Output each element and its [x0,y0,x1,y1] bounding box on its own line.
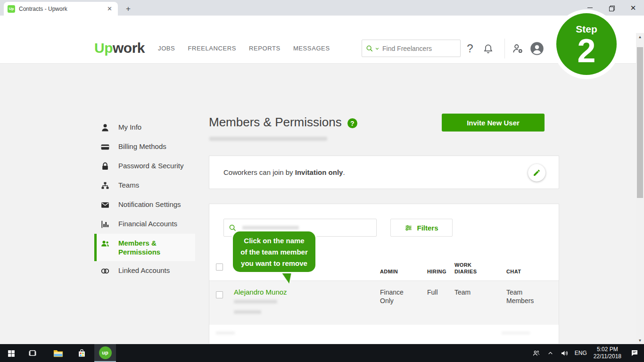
task-view-button[interactable] [22,344,43,362]
nav-jobs[interactable]: JOBS [158,45,175,52]
cell-admin: Finance Only [380,288,409,305]
action-center-button[interactable] [625,344,644,362]
clock-date: 22/11/2018 [594,353,621,360]
add-user-button[interactable] [511,41,525,56]
page-title: Members & Permissions [209,115,342,130]
search-icon [229,224,237,232]
settings-sidebar: My Info Billing Methods Password & Secur… [94,118,195,280]
members-icon [100,239,111,248]
hidden-icons-button[interactable] [544,344,558,362]
select-all-checkbox[interactable] [216,263,223,271]
minimize-icon [587,8,593,8]
row-checkbox[interactable] [216,291,223,298]
browser-tab[interactable]: Up Contracts - Upwork ✕ [4,2,118,16]
link-icon [100,266,111,276]
volume-button[interactable] [558,344,572,362]
notifications-button[interactable] [481,41,495,56]
primary-nav: JOBS FREELANCERS REPORTS MESSAGES [158,45,330,52]
chevron-up-icon [547,350,553,356]
sidebar-item-billing-methods[interactable]: Billing Methods [94,137,195,156]
folder-icon [53,349,63,357]
nav-messages[interactable]: MESSAGES [293,45,330,52]
help-button[interactable]: ? [463,41,477,56]
step-number: 2 [556,35,617,67]
col-header-work-diaries: WORK DIARIES [454,262,479,275]
invitation-policy-card: Coworkers can join by Invitation only. [209,156,559,189]
tab-close-icon[interactable]: ✕ [105,4,114,13]
people-tray-button[interactable] [529,344,544,362]
sidebar-item-my-info[interactable]: My Info [94,118,195,137]
speaker-icon [561,349,569,357]
pencil-icon [533,169,541,177]
start-button[interactable] [0,344,22,362]
upwork-header: Upwork JOBS FREELANCERS REPORTS MESSAGES… [0,33,636,64]
filters-label: Filters [417,224,438,232]
store-bag-icon [77,349,86,358]
task-view-icon [28,349,37,357]
window-close-button[interactable]: ✕ [622,0,644,16]
person-icon [100,123,111,132]
blurred-row2-content [502,331,530,335]
windows-taskbar: up ENG 5:02 PM 22/11/2018 [0,344,644,362]
people-icon [532,349,540,357]
cell-chat: Team Members [506,288,537,305]
tooltip-line: of the team member [233,247,315,258]
clock-time: 5:02 PM [594,346,621,353]
language-indicator[interactable]: ENG [572,350,590,356]
credit-card-icon [100,142,111,152]
invitation-policy-text: Coworkers can join by Invitation only. [223,168,345,176]
step-badge-circle: Step 2 [556,13,617,75]
question-mark-icon: ? [467,42,473,55]
sidebar-item-linked-accounts[interactable]: Linked Accounts [94,261,195,280]
clock[interactable]: 5:02 PM 22/11/2018 [590,346,625,360]
blurred-subtitle [209,137,327,141]
scroll-up-arrow-icon[interactable]: ▲ [636,33,644,41]
sidebar-item-password-security[interactable]: Password & Security [94,156,195,176]
blurred-row2-content [216,331,235,335]
title-help-icon[interactable]: ? [347,118,357,128]
cell-work-diaries: Team [454,288,471,296]
col-header-admin: ADMIN [380,268,398,275]
page-scrollbar[interactable]: ▲ ▼ [636,33,644,344]
browser-tab-bar: Up Contracts - Upwork ✕ + ✕ [0,0,644,16]
account-menu-button[interactable] [530,41,544,56]
step-badge: Step 2 [553,9,620,79]
sidebar-item-notification-settings[interactable]: Notification Settings [94,195,195,214]
members-card: Filters ADMIN HIRING WORK DIARIES CHAT A… [209,204,559,344]
nav-freelancers[interactable]: FREELANCERS [188,45,236,52]
new-tab-button[interactable]: + [123,3,134,15]
org-chart-icon [100,181,111,190]
page-title-row: Members & Permissions ? [209,115,357,130]
sidebar-item-teams[interactable]: Teams [94,176,195,195]
filters-button[interactable]: Filters [390,219,453,237]
member-name-link[interactable]: Alejandro Munoz [234,288,287,296]
bar-chart-icon [100,220,111,229]
file-explorer-button[interactable] [47,344,69,362]
upwork-app-icon: up [99,346,112,359]
tooltip-line: Click on the name [233,235,315,247]
windows-logo-icon [7,349,15,357]
sidebar-item-members-permissions[interactable]: Members & Permissions [94,234,195,261]
header-divider [504,39,505,58]
col-header-hiring: HIRING [427,268,446,275]
scroll-down-arrow-icon[interactable]: ▼ [636,337,644,344]
nav-reports[interactable]: REPORTS [249,45,281,52]
search-input[interactable] [382,45,444,52]
table-row-partial [209,325,559,344]
scrollbar-thumb[interactable] [637,47,643,198]
sidebar-item-financial-accounts[interactable]: Financial Accounts [94,214,195,234]
blurred-member-team [234,310,261,314]
find-freelancers-search[interactable] [362,40,461,57]
invite-new-user-button[interactable]: Invite New User [442,114,545,132]
close-icon: ✕ [630,4,636,11]
microsoft-store-button[interactable] [71,344,92,362]
upwork-app-button[interactable]: up [94,344,116,362]
col-header-chat: CHAT [506,268,521,275]
search-icon [366,45,373,52]
chevron-down-icon[interactable] [375,46,380,51]
edit-invitation-button[interactable] [528,164,545,181]
upwork-logo[interactable]: Upwork [94,40,145,56]
upwork-favicon-icon: Up [8,5,15,13]
remove-member-tooltip: Click on the name of the team member you… [231,230,317,273]
avatar-icon [530,41,544,56]
